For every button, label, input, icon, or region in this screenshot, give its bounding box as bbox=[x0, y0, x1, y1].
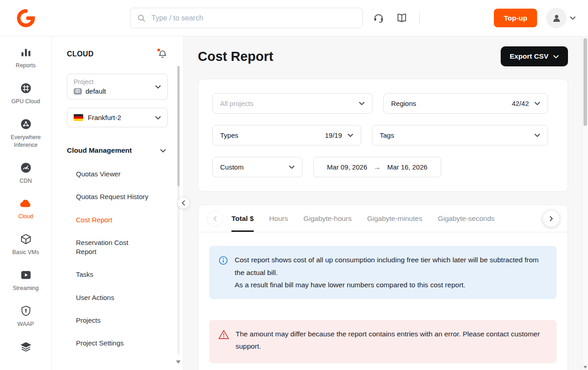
search-input[interactable] bbox=[151, 14, 356, 22]
tab-hours[interactable]: Hours bbox=[269, 205, 288, 232]
avatar bbox=[546, 8, 567, 28]
germany-flag-icon bbox=[74, 114, 83, 121]
tabs-scroll-right-button[interactable] bbox=[543, 210, 559, 227]
topbar-divider bbox=[419, 12, 420, 24]
gcore-logo[interactable] bbox=[0, 9, 52, 28]
page-title: Cost Report bbox=[198, 49, 273, 64]
tab-total[interactable]: Total $ bbox=[231, 205, 254, 232]
sidebar-item-quotas-viewer[interactable]: Quotas Viewer bbox=[67, 163, 168, 185]
sidebar-item-tasks[interactable]: Tasks bbox=[67, 263, 168, 286]
types-filter-dropdown[interactable]: Types 19/19 bbox=[212, 125, 361, 145]
rail-item-streaming[interactable]: Streaming bbox=[0, 265, 51, 297]
app-body: Reports GPU Cloud Everywhere Inference bbox=[0, 36, 588, 370]
types-filter-label: Types bbox=[220, 131, 238, 139]
chevron-down-icon bbox=[534, 133, 540, 137]
rail-item-more[interactable] bbox=[0, 336, 51, 357]
rail-item-everywhere-inference[interactable]: Everywhere Inference bbox=[0, 114, 51, 154]
rail-item-gpu-cloud[interactable]: GPU Cloud bbox=[0, 78, 51, 110]
sidebar-item-projects[interactable]: Projects bbox=[67, 309, 168, 332]
notifications-bell-icon[interactable] bbox=[158, 49, 168, 59]
chevron-down-icon bbox=[347, 133, 353, 137]
window-scrollbar[interactable] bbox=[582, 36, 588, 370]
tab-gigabyte-seconds[interactable]: Gigabyte-seconds bbox=[438, 205, 495, 232]
tabs-scroll-left-button[interactable] bbox=[207, 210, 223, 227]
sidebar-item-quotas-request-history[interactable]: Quotas Request History bbox=[67, 185, 168, 208]
docs-book-icon[interactable] bbox=[396, 12, 407, 24]
rail-item-reports[interactable]: Reports bbox=[0, 42, 51, 74]
sidebar-collapse-button[interactable] bbox=[177, 197, 190, 209]
sidebar-item-cost-report[interactable]: Cost Report bbox=[67, 209, 168, 231]
topbar: Top-up bbox=[0, 0, 588, 36]
chevron-left-icon bbox=[213, 216, 217, 221]
logo-mark-icon bbox=[16, 9, 35, 28]
chevron-left-icon bbox=[181, 200, 186, 206]
types-filter-count: 19/19 bbox=[325, 131, 342, 139]
report-panel: Total $ Hours Gigabyte-hours Gigabyte-mi… bbox=[198, 205, 568, 370]
support-headset-icon[interactable] bbox=[373, 12, 384, 24]
search-box[interactable] bbox=[130, 8, 363, 28]
play-icon bbox=[20, 269, 32, 281]
speedometer-icon bbox=[20, 162, 32, 174]
reports-icon bbox=[20, 46, 32, 58]
export-csv-button[interactable]: Export CSV bbox=[501, 46, 568, 66]
layers-icon bbox=[20, 341, 32, 353]
account-menu[interactable] bbox=[546, 8, 576, 28]
unit-tab-bar: Total $ Hours Gigabyte-hours Gigabyte-mi… bbox=[198, 205, 568, 232]
tab-gigabyte-hours[interactable]: Gigabyte-hours bbox=[303, 205, 352, 232]
rail-item-waap[interactable]: WAAP bbox=[0, 300, 51, 333]
tags-filter-dropdown[interactable]: Tags bbox=[372, 125, 548, 145]
regions-filter-dropdown[interactable]: Regions 42/42 bbox=[383, 93, 548, 114]
info-banner: Cost report shows cost of all up consump… bbox=[209, 246, 557, 299]
project-selector-label: Project bbox=[74, 78, 161, 85]
person-icon bbox=[551, 13, 562, 24]
project-selector[interactable]: Project ID default bbox=[67, 74, 168, 100]
projects-filter-placeholder: All projects bbox=[220, 100, 253, 107]
inference-network-icon bbox=[20, 118, 32, 130]
sidebar-title: CLOUD bbox=[67, 50, 94, 58]
sidebar-item-project-settings[interactable]: Project Settings bbox=[67, 332, 168, 355]
rail-item-cloud[interactable]: Cloud bbox=[0, 193, 51, 225]
warning-banner-text: The amount may differ because the report… bbox=[236, 328, 548, 353]
arrow-right-icon: → bbox=[374, 163, 381, 171]
region-selector[interactable]: Frankfurt-2 bbox=[67, 108, 168, 127]
rail-label: Everywhere Inference bbox=[4, 134, 48, 149]
rail-item-cdn[interactable]: CDN bbox=[0, 157, 51, 190]
date-range-picker[interactable]: Mar 09, 2026 → Mar 16, 2026 bbox=[313, 157, 441, 177]
rail-label: Streaming bbox=[13, 285, 39, 292]
main-content: Cost Report Export CSV All projects Regi… bbox=[184, 36, 588, 370]
project-selector-value: default bbox=[85, 87, 106, 95]
chevron-down-icon bbox=[570, 16, 576, 20]
sidebar-item-user-actions[interactable]: User Actions bbox=[67, 286, 168, 309]
unit-tabs: Total $ Hours Gigabyte-hours Gigabyte-mi… bbox=[231, 205, 495, 232]
sidebar-scroll-down-arrow[interactable] bbox=[176, 360, 181, 364]
chevron-right-icon bbox=[549, 216, 553, 221]
id-badge: ID bbox=[74, 88, 82, 95]
rail-label: CDN bbox=[20, 177, 32, 185]
chevron-down-icon bbox=[155, 85, 161, 89]
period-value: Custom bbox=[220, 163, 244, 171]
projects-filter-dropdown[interactable]: All projects bbox=[212, 93, 372, 114]
rail-item-basic-vms[interactable]: Basic VMs bbox=[0, 229, 51, 261]
sidebar-scrollbar-thumb[interactable] bbox=[177, 66, 180, 186]
period-dropdown[interactable]: Custom bbox=[212, 157, 302, 177]
section-cloud-management[interactable]: Cloud Management bbox=[67, 146, 168, 155]
top-up-button[interactable]: Top-up bbox=[494, 9, 537, 27]
warning-banner: The amount may differ because the report… bbox=[209, 320, 557, 363]
window-scrollbar-thumb[interactable] bbox=[583, 38, 587, 126]
sidebar-scrollbar[interactable] bbox=[177, 66, 180, 355]
cloud-icon bbox=[19, 197, 32, 209]
sidebar-item-reservation-cost-report[interactable]: Reservation Cost Report bbox=[67, 231, 144, 264]
product-rail: Reports GPU Cloud Everywhere Inference bbox=[0, 36, 52, 370]
tags-filter-label: Tags bbox=[380, 131, 394, 139]
window-scroll-down-arrow[interactable] bbox=[583, 366, 587, 369]
tab-gigabyte-minutes[interactable]: Gigabyte-minutes bbox=[367, 205, 422, 232]
rail-label: Reports bbox=[16, 62, 36, 70]
shield-icon bbox=[20, 305, 32, 317]
chevron-down-icon bbox=[553, 55, 559, 59]
regions-filter-label: Regions bbox=[391, 100, 416, 107]
chevron-down-icon bbox=[359, 101, 365, 105]
chevron-down-icon bbox=[534, 101, 540, 105]
cube-icon bbox=[20, 233, 32, 245]
notification-dot bbox=[156, 48, 161, 52]
rail-label: Cloud bbox=[18, 213, 33, 220]
